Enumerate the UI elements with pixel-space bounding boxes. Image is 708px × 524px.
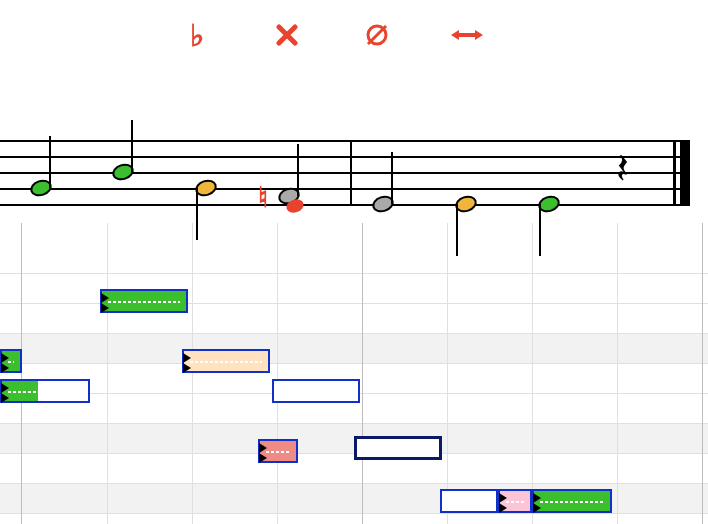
clip-handle-icon[interactable]: [183, 363, 191, 373]
grid-line: [277, 223, 278, 524]
clip-waveform: [266, 451, 290, 453]
grid-line: [447, 223, 448, 524]
grid-line: [192, 223, 193, 524]
clip-c_salmon[interactable]: [258, 439, 298, 463]
note-stem: [391, 152, 393, 204]
clip-c_bottom_green[interactable]: [532, 489, 612, 513]
note-n3[interactable]: [195, 180, 217, 196]
svg-marker-4: [475, 30, 483, 40]
clip-waveform: [540, 501, 604, 503]
clip-c_empty1[interactable]: [272, 379, 360, 403]
note-head: [285, 197, 306, 215]
note-n7[interactable]: [538, 196, 560, 212]
note-n2[interactable]: [112, 164, 134, 180]
grid-line: [702, 223, 703, 524]
clip-c_bottom_pink[interactable]: [498, 489, 532, 513]
note-n1[interactable]: [30, 180, 52, 196]
clip-c_peach[interactable]: [182, 349, 270, 373]
harmonic-icon: [364, 22, 390, 48]
staff-lines: [0, 140, 690, 204]
clip-c_top_green[interactable]: [100, 289, 188, 313]
clip-waveform: [506, 501, 524, 503]
grid-line: [532, 223, 533, 524]
clip-c_left_sliver[interactable]: [0, 349, 22, 373]
double-sharp-tool[interactable]: [270, 18, 304, 52]
piano-roll[interactable]: [0, 223, 708, 524]
tie-tool[interactable]: [450, 18, 484, 52]
svg-marker-3: [451, 30, 459, 40]
clip-handle-icon[interactable]: [259, 453, 267, 463]
clip-handle-icon[interactable]: [533, 503, 541, 513]
harmonic-tool[interactable]: [360, 18, 394, 52]
clip-c_bottom_empty[interactable]: [440, 489, 498, 513]
note-stem: [297, 144, 299, 196]
grid-line: [21, 223, 22, 524]
clip-handle-icon[interactable]: [101, 303, 109, 313]
flat-tool[interactable]: ♭: [180, 18, 214, 52]
grid-line: [617, 223, 618, 524]
clip-c_selected[interactable]: [354, 436, 442, 460]
barline: [350, 140, 352, 204]
note-n5[interactable]: [372, 196, 394, 212]
double-sharp-icon: [276, 24, 298, 46]
clip-c_left_half[interactable]: [0, 379, 90, 403]
clip-handle-icon[interactable]: [1, 363, 9, 373]
measure-line: [362, 223, 363, 524]
clip-waveform: [108, 301, 180, 303]
clip-waveform: [190, 361, 262, 363]
clip-handle-icon[interactable]: [1, 393, 9, 403]
note-stem: [131, 120, 133, 172]
music-staff[interactable]: ♮ 𝄽: [0, 140, 690, 204]
natural-accidental: ♮: [258, 184, 268, 212]
clip-waveform: [8, 391, 82, 393]
clip-handle-icon[interactable]: [499, 503, 507, 513]
note-n4-overlay[interactable]: [286, 200, 304, 213]
final-barline: [673, 140, 690, 204]
note-stem: [49, 136, 51, 188]
accidental-toolbar: ♭: [180, 18, 484, 52]
clip-waveform: [8, 361, 14, 363]
note-n6[interactable]: [455, 196, 477, 212]
grid-line: [107, 223, 108, 524]
tie-icon: [451, 26, 483, 44]
